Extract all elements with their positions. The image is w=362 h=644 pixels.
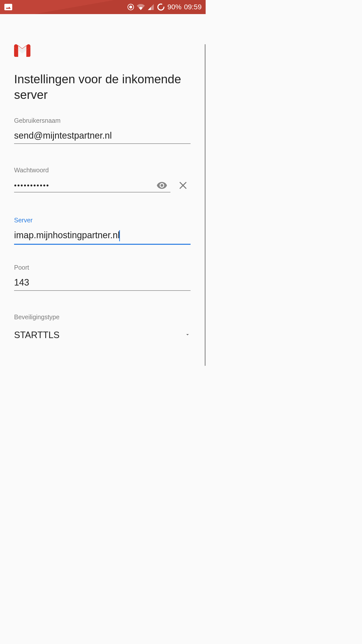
page-title: Instellingen voor de inkomende server (14, 71, 191, 103)
close-icon[interactable] (175, 178, 191, 194)
username-field-group: Gebruikersnaam (14, 117, 191, 144)
svg-point-2 (158, 4, 164, 10)
svg-point-1 (129, 6, 132, 8)
circle-minus-icon (127, 4, 134, 11)
port-input[interactable] (14, 275, 191, 291)
status-bar: 90% 09:59 (0, 0, 206, 14)
password-input[interactable] (14, 179, 170, 192)
chevron-down-icon (185, 332, 191, 339)
password-label: Wachtwoord (14, 167, 191, 174)
server-field-group: Server imap.mijnhostingpartner.nl (14, 217, 191, 245)
port-label: Poort (14, 264, 191, 271)
loading-icon (157, 3, 165, 11)
gallery-icon (4, 3, 13, 11)
security-dropdown[interactable]: STARTTLS (14, 325, 191, 345)
battery-percent: 90% (167, 3, 182, 11)
port-field-group: Poort (14, 264, 191, 291)
password-field-group: Wachtwoord (14, 167, 191, 194)
eye-icon[interactable] (156, 180, 167, 192)
username-label: Gebruikersnaam (14, 117, 191, 124)
wifi-icon (137, 3, 145, 11)
server-label: Server (14, 217, 191, 224)
clock-time: 09:59 (184, 3, 202, 11)
security-field-group: Beveiligingstype STARTTLS (14, 313, 191, 345)
security-label: Beveiligingstype (14, 313, 191, 321)
signal-icon (147, 4, 154, 11)
username-input[interactable] (14, 128, 191, 144)
server-input[interactable]: imap.mijnhostingpartner.nl (14, 228, 191, 245)
gmail-logo-icon (14, 44, 30, 57)
security-value: STARTTLS (14, 330, 60, 340)
